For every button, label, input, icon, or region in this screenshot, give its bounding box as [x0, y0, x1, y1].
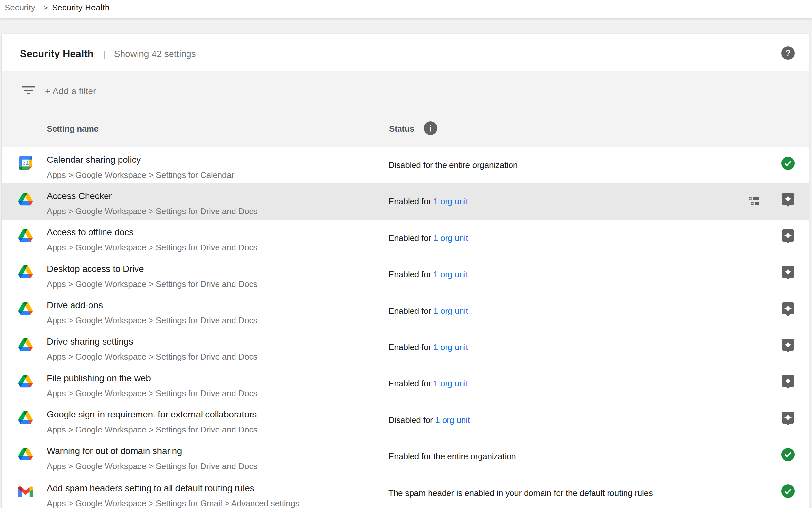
svg-text:?: ?	[785, 48, 791, 58]
svg-text:31: 31	[22, 160, 29, 166]
